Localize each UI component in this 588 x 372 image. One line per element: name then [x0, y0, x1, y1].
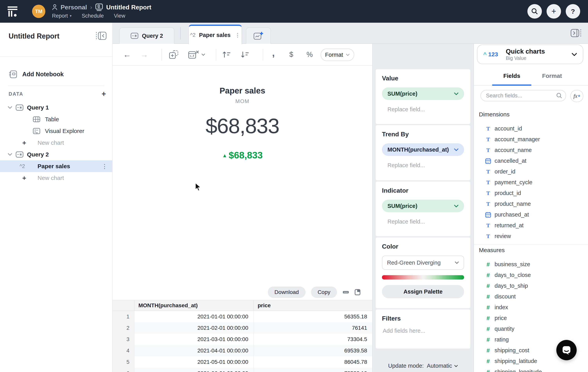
search-fields-input[interactable] — [481, 90, 566, 101]
field-item-account_manager[interactable]: Taccount_manager — [474, 134, 588, 145]
value-field-pill[interactable]: SUM(price) — [382, 87, 464, 100]
help-button[interactable]: ? — [566, 4, 580, 19]
field-item-shipping_longitude[interactable]: #shipping_longitude — [474, 367, 588, 372]
indicator-field-pill[interactable]: SUM(price) — [382, 200, 464, 212]
field-item-returned_at[interactable]: Treturned_at — [474, 220, 588, 231]
sidebar-item-query-2[interactable]: Query 2 — [0, 149, 112, 160]
field-item-discount[interactable]: #discount — [474, 291, 588, 302]
field-item-purchased_at[interactable]: purchased_at — [474, 209, 588, 220]
trend-by-card-title: Trend By — [382, 131, 464, 138]
field-item-business_size[interactable]: #business_size — [474, 259, 588, 270]
field-item-payment_cycle[interactable]: Tpayment_cycle — [474, 177, 588, 188]
tab-paper-sales[interactable]: ^2 Paper sales ⋮ — [189, 25, 242, 44]
field-item-index[interactable]: #index — [474, 302, 588, 313]
redo-button[interactable]: → — [140, 44, 148, 65]
table-row[interactable]: 52021-05-01 00:00:0086045.78 — [113, 356, 372, 368]
tab-kebab-icon[interactable]: ⋮ — [235, 32, 240, 38]
table-row[interactable]: 22021-02-01 00:00:0076141 — [113, 322, 372, 334]
add-button[interactable]: + — [546, 4, 561, 19]
undo-button[interactable]: ← — [123, 44, 131, 65]
tab-fields[interactable]: Fields — [492, 66, 531, 85]
search-button[interactable] — [527, 4, 542, 19]
comma-format-button[interactable]: , — [272, 44, 275, 65]
menu-report[interactable]: Report ▾ — [52, 13, 72, 19]
kebab-icon[interactable]: ⋮ — [102, 163, 107, 170]
field-item-days_to_ship[interactable]: #days_to_ship — [474, 280, 588, 291]
collapse-right-panel-button[interactable] — [570, 29, 582, 39]
chart-title: Paper sales — [113, 66, 372, 96]
copy-button[interactable]: Copy — [311, 287, 337, 298]
trend-by-replace-field[interactable]: Replace field... — [382, 162, 464, 169]
field-item-quantity[interactable]: #quantity — [474, 323, 588, 334]
field-item-review[interactable]: Treview — [474, 231, 588, 242]
data-section-label: DATA — [9, 91, 23, 97]
new-chart-tab-button[interactable] — [246, 27, 271, 44]
text-field-icon: T — [486, 222, 490, 229]
sidebar-item-new-chart[interactable]: +New chart — [0, 137, 112, 149]
field-item-account_name[interactable]: Taccount_name — [474, 145, 588, 156]
sort-ascending-button[interactable] — [222, 44, 231, 65]
sidebar-item-visual-explorer[interactable]: Visual Explorer — [0, 125, 112, 137]
field-item-product_id[interactable]: Tproduct_id — [474, 188, 588, 199]
search-icon — [531, 8, 538, 15]
sidebar-item-table[interactable]: Table — [0, 113, 112, 125]
table-row[interactable]: 12021-01-01 00:00:0056355.18 — [113, 311, 372, 322]
text-field-icon: T — [486, 233, 490, 239]
tab-query-2[interactable]: Query 2 — [119, 27, 174, 44]
trend-by-card: Trend By MONTH(purchased_at) Replace fie… — [376, 125, 470, 180]
format-dropdown[interactable]: Format — [321, 49, 354, 61]
expand-table-button[interactable] — [355, 289, 360, 295]
add-formula-button[interactable]: fx+ — [570, 90, 583, 102]
notebook-icon — [9, 70, 17, 78]
filters-add-fields[interactable]: Add fields here... — [382, 328, 464, 334]
table-row[interactable]: 32021-03-01 00:00:0073304.5 — [113, 334, 372, 345]
percent-icon: % — [306, 51, 313, 59]
currency-format-button[interactable]: $ — [289, 44, 293, 65]
indicator-replace-field[interactable]: Replace field... — [382, 218, 464, 225]
big-value-chart-icon: ^2 — [20, 163, 33, 169]
assign-palette-button[interactable]: Assign Palette — [382, 285, 464, 298]
sidebar-item-paper-sales[interactable]: ^2Paper sales⋮ — [0, 160, 112, 172]
update-mode-dropdown[interactable]: Automatic — [427, 363, 458, 369]
download-button[interactable]: Download — [268, 287, 305, 298]
clear-date-grouping-button[interactable] — [188, 44, 205, 65]
collapse-table-button[interactable] — [343, 290, 349, 295]
field-item-price[interactable]: #price — [474, 313, 588, 323]
number-field-icon: # — [487, 293, 490, 300]
field-item-product_name[interactable]: Tproduct_name — [474, 199, 588, 209]
sidebar-item-query-1[interactable]: Query 1 — [0, 102, 112, 113]
toolbar-separator — [161, 49, 162, 61]
quick-charts-selector[interactable]: ^ 123 Quick charts Big Value — [477, 45, 583, 64]
row-number: 6 — [113, 368, 134, 372]
chat-launcher-button[interactable] — [556, 340, 577, 360]
menu-schedule[interactable]: Schedule — [82, 13, 104, 19]
trend-by-field-pill[interactable]: MONTH(purchased_at) — [382, 143, 464, 156]
value-replace-field[interactable]: Replace field... — [382, 106, 464, 113]
text-field-icon: T — [486, 179, 490, 186]
plus-icon: + — [20, 174, 33, 182]
breadcrumb-workspace[interactable]: Personal — [61, 4, 87, 11]
sidebar-item-new-chart[interactable]: +New chart — [0, 172, 112, 184]
avatar[interactable]: TM — [32, 5, 45, 18]
table-row[interactable]: 62021-06-01 00:00:0078523.19 — [113, 368, 372, 372]
duplicate-chart-icon — [169, 50, 179, 59]
sort-descending-button[interactable] — [241, 44, 249, 65]
value-card: Value SUM(price) Replace field... — [376, 69, 470, 124]
menu-view[interactable]: View — [114, 13, 125, 19]
field-item-account_id[interactable]: Taccount_id — [474, 123, 588, 134]
field-item-days_to_close[interactable]: #days_to_close — [474, 270, 588, 280]
table-row[interactable]: 42021-04-01 00:00:0069539.58 — [113, 345, 372, 356]
mode-logo[interactable] — [0, 5, 25, 17]
duplicate-chart-button[interactable] — [169, 44, 179, 65]
chevron-down-icon — [8, 153, 12, 156]
percent-format-button[interactable]: % — [306, 44, 313, 65]
collapse-sidebar-button[interactable] — [95, 31, 107, 42]
add-notebook-button[interactable]: Add Notebook — [0, 63, 112, 86]
field-item-cancelled_at[interactable]: cancelled_at — [474, 156, 588, 166]
update-mode-label: Update mode: — [388, 363, 424, 369]
add-data-button[interactable]: + — [102, 90, 106, 98]
tab-format[interactable]: Format — [533, 66, 572, 85]
color-card: Color Red-Green Diverging Assign Palette — [376, 237, 470, 308]
palette-select[interactable]: Red-Green Diverging — [382, 256, 464, 270]
field-item-order_id[interactable]: Torder_id — [474, 166, 588, 177]
